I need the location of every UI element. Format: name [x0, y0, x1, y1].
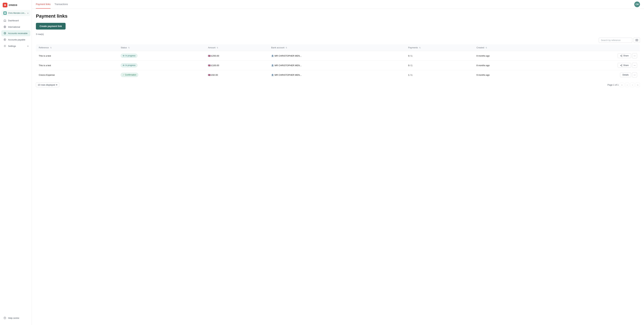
cell-amount: 🇬🇧 £250.00 [205, 51, 268, 61]
arrow-out-icon [3, 38, 6, 41]
col-bank-account[interactable]: Bank account ⇅ [268, 44, 406, 51]
cell-created: 8 months ago [474, 61, 545, 70]
cell-payments: 1 / 1 [406, 70, 474, 80]
sidebar: crezco Chris Mendes Lim... ▾ Dashboard [0, 0, 32, 325]
share-button[interactable]: Share [618, 63, 631, 68]
cell-status: In progress [118, 51, 205, 61]
sidebar-item-label: International [8, 26, 20, 28]
status-badge: In progress [121, 63, 137, 67]
search-input[interactable] [599, 38, 632, 43]
sidebar-item-settings[interactable]: Settings ▾ [1, 43, 30, 49]
cell-payments: 0 / 1 [406, 51, 474, 61]
cell-amount: 🇬🇧 £92.00 [205, 70, 268, 80]
last-page-button[interactable]: » [636, 83, 640, 87]
payment-links-table: Reference ⇅ Status ⇅ Amount ⇅ Bank acc [36, 44, 640, 80]
svg-rect-10 [637, 39, 638, 41]
cell-reference: This is a test [36, 51, 118, 61]
create-payment-link-button[interactable]: Create payment link [36, 23, 66, 30]
svg-point-15 [620, 56, 621, 56]
svg-point-14 [622, 56, 622, 57]
svg-rect-1 [4, 12, 6, 14]
cell-created: 8 months ago [474, 51, 545, 61]
table-toolbar [36, 38, 640, 43]
page-controls: Page 1 of 1 « ‹ › » [608, 83, 640, 87]
cell-actions: Share ··· [545, 61, 640, 70]
columns-icon [636, 39, 638, 42]
cell-amount: 🇬🇧 £100.00 [205, 61, 268, 70]
tab-transactions[interactable]: Transactions [54, 0, 68, 9]
arrow-in-icon [3, 32, 6, 35]
check-icon: ✓ [122, 74, 124, 76]
more-options-button[interactable]: ··· [632, 53, 637, 58]
sidebar-item-label: Accounts receivable [8, 32, 28, 35]
sort-icon: ⇅ [286, 47, 287, 49]
help-centre-link[interactable]: Help centre [1, 315, 30, 321]
sort-icon: ⇅ [50, 47, 52, 49]
col-created[interactable]: Created ⇅ [474, 44, 545, 51]
avatar[interactable]: CM [634, 2, 640, 7]
table-body: This is a test In progress 🇬🇧 £250.00 🏦M… [36, 51, 640, 80]
svg-point-17 [123, 65, 124, 66]
rows-per-page-label: 10 rows displayed [38, 84, 55, 86]
more-options-button[interactable]: ··· [632, 63, 637, 68]
cell-reference: This is a test [36, 61, 118, 70]
sidebar-item-accounts-receivable[interactable]: Accounts receivable [1, 30, 30, 36]
account-name: Chris Mendes Lim... [8, 12, 26, 14]
eye-icon [122, 64, 124, 66]
sidebar-item-label: Settings [8, 45, 16, 47]
cell-bank-account: 🏦MR CHRISTOPHER MEN... [268, 61, 406, 70]
account-selector[interactable]: Chris Mendes Lim... ▾ [1, 10, 30, 16]
first-page-button[interactable]: « [620, 83, 624, 87]
cell-reference: Crezco Expense [36, 70, 118, 80]
page-title: Payment links [36, 14, 640, 19]
sidebar-item-label: Dashboard [8, 19, 19, 22]
help-centre-label: Help centre [8, 317, 19, 319]
sidebar-bottom: Help centre [0, 313, 32, 322]
prev-page-button[interactable]: ‹ [625, 83, 629, 87]
next-page-button[interactable]: › [630, 83, 634, 87]
help-icon [3, 316, 6, 319]
sort-icon: ⇅ [486, 47, 487, 49]
sidebar-item-dashboard[interactable]: Dashboard [1, 18, 30, 24]
sort-icon: ⇅ [217, 47, 218, 49]
col-status[interactable]: Status ⇅ [118, 44, 205, 51]
pagination-row: 10 rows displayed ▾ Page 1 of 1 « ‹ › » [36, 82, 640, 87]
cell-bank-account: 🏦MR CHRISTOPHER MEN... [268, 51, 406, 61]
col-amount[interactable]: Amount ⇅ [205, 44, 268, 51]
action-buttons: Details ··· [548, 72, 637, 77]
gear-icon [3, 45, 6, 48]
table-row: This is a test In progress 🇬🇧 £250.00 🏦M… [36, 51, 640, 61]
sort-icon: ⇅ [128, 47, 130, 49]
details-button[interactable]: Details [620, 73, 631, 77]
table-row: Crezco Expense ✓Confirmation 🇬🇧 £92.00 🏦… [36, 70, 640, 80]
main-nav: Dashboard International Accounts receiva… [0, 18, 32, 313]
status-badge: In progress [121, 54, 137, 58]
page-content: Payment links Create payment link 3 row(… [32, 9, 644, 325]
account-icon [3, 12, 7, 15]
col-payments[interactable]: Payments ⇅ [406, 44, 474, 51]
more-options-button[interactable]: ··· [632, 72, 637, 77]
share-icon [620, 64, 622, 67]
sidebar-item-accounts-payable[interactable]: Accounts payable [1, 37, 30, 43]
svg-point-20 [620, 65, 621, 66]
account-chevron-icon: ▾ [28, 12, 28, 14]
currency-flag: 🇬🇧 [208, 74, 211, 76]
tab-payment-links[interactable]: Payment links [36, 0, 50, 9]
cell-bank-account: 🏦MR CHRISTOPHER MEN... [268, 70, 406, 80]
sidebar-item-international[interactable]: International [1, 24, 30, 30]
svg-point-12 [123, 56, 124, 56]
col-actions [545, 44, 640, 51]
share-button[interactable]: Share [618, 53, 631, 58]
settings-chevron-icon: ▾ [28, 45, 28, 47]
table-header: Reference ⇅ Status ⇅ Amount ⇅ Bank acc [36, 44, 640, 51]
crezco-logo-icon [3, 3, 8, 8]
bank-icon: 🏦 [271, 55, 274, 57]
columns-button[interactable] [634, 38, 640, 43]
action-buttons: Share ··· [548, 63, 637, 68]
logo: crezco [0, 3, 32, 10]
col-reference[interactable]: Reference ⇅ [36, 44, 118, 51]
main-content: Payment links Transactions CM Payment li… [32, 0, 644, 325]
rows-per-page-select[interactable]: 10 rows displayed ▾ [36, 82, 59, 87]
svg-point-5 [4, 46, 5, 46]
eye-icon [122, 55, 124, 57]
